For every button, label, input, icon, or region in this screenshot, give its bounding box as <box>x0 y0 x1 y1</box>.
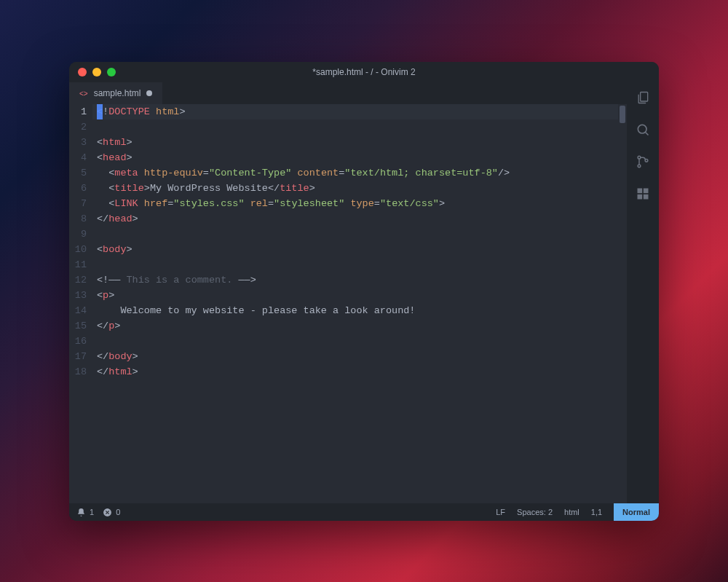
line-number: 4 <box>69 150 87 165</box>
line-ending-item[interactable]: LF <box>496 508 505 516</box>
svg-rect-9 <box>644 194 649 200</box>
text-cursor <box>97 104 103 119</box>
status-bar: 1 0 LF Spaces: 2 html 1,1 Normal <box>69 503 659 521</box>
line-number: 10 <box>69 242 87 257</box>
modified-indicator-icon <box>146 90 152 96</box>
notifications-item[interactable]: 1 <box>76 508 94 517</box>
cursor-position-item[interactable]: 1,1 <box>591 508 602 516</box>
code-line[interactable]: <!—— This is a comment. ——> <box>92 272 618 288</box>
code-line[interactable]: </body> <box>92 349 618 364</box>
line-number: 6 <box>69 181 87 196</box>
html-file-icon: <> <box>79 90 88 98</box>
editor-area: <> sample.html 1234567891011121314151617… <box>69 82 627 503</box>
code-line[interactable] <box>92 334 618 349</box>
line-number: 16 <box>69 334 87 349</box>
line-number: 13 <box>69 288 87 303</box>
file-tab[interactable]: <> sample.html <box>69 82 162 104</box>
code-line[interactable] <box>92 119 618 135</box>
svg-line-2 <box>646 133 649 135</box>
line-number: 7 <box>69 196 87 211</box>
line-number: 18 <box>69 364 87 380</box>
line-number: 2 <box>69 119 87 135</box>
svg-point-3 <box>638 156 641 159</box>
error-icon <box>103 508 112 517</box>
line-number: 15 <box>69 318 87 334</box>
code-editor[interactable]: 123456789101112131415161718 <!DOCTYPE ht… <box>69 104 627 503</box>
code-line[interactable]: </html> <box>92 364 618 380</box>
editor-scrollbar[interactable] <box>618 104 627 503</box>
errors-item[interactable]: 0 <box>103 508 120 517</box>
code-line[interactable]: <body> <box>92 242 618 257</box>
line-number: 12 <box>69 272 87 288</box>
code-line[interactable]: <LINK href="styles.css" rel="stylesheet"… <box>92 196 618 211</box>
code-line[interactable] <box>92 257 618 272</box>
code-line[interactable]: </p> <box>92 318 618 334</box>
errors-count: 0 <box>116 508 120 516</box>
code-line[interactable]: <html> <box>92 135 618 150</box>
file-type-item[interactable]: html <box>564 508 579 516</box>
indentation-item[interactable]: Spaces: 2 <box>517 508 553 516</box>
line-number: 1 <box>69 104 87 119</box>
tab-filename: sample.html <box>94 88 141 98</box>
window-title: *sample.html - / - Onivim 2 <box>69 67 659 77</box>
code-line[interactable]: <p> <box>92 288 618 303</box>
activity-bar <box>627 82 659 503</box>
code-line[interactable]: </head> <box>92 211 618 227</box>
line-number: 9 <box>69 227 87 242</box>
svg-point-4 <box>638 165 641 168</box>
line-number: 17 <box>69 349 87 364</box>
source-control-icon[interactable] <box>635 154 651 170</box>
svg-point-1 <box>638 125 646 133</box>
bell-icon <box>76 508 86 517</box>
line-number: 8 <box>69 211 87 227</box>
extensions-icon[interactable] <box>635 186 651 202</box>
code-line[interactable]: <!DOCTYPE html> <box>92 104 618 119</box>
line-number: 14 <box>69 303 87 318</box>
svg-rect-6 <box>638 189 643 194</box>
svg-rect-8 <box>638 194 643 200</box>
app-window: *sample.html - / - Onivim 2 <> sample.ht… <box>69 62 659 521</box>
code-line[interactable] <box>92 227 618 242</box>
notifications-count: 1 <box>90 508 94 516</box>
explorer-icon[interactable] <box>635 90 651 106</box>
code-line[interactable]: <head> <box>92 150 618 165</box>
scrollbar-thumb[interactable] <box>620 106 625 123</box>
code-line[interactable]: <meta http-equiv="Content-Type" content=… <box>92 165 618 181</box>
titlebar[interactable]: *sample.html - / - Onivim 2 <box>69 62 659 82</box>
line-number: 11 <box>69 257 87 272</box>
code-content[interactable]: <!DOCTYPE html><html><head> <meta http-e… <box>92 104 618 503</box>
code-line[interactable]: Welcome to my website - please take a lo… <box>92 303 618 318</box>
tab-bar[interactable]: <> sample.html <box>69 82 627 104</box>
search-icon[interactable] <box>635 122 651 138</box>
code-line[interactable]: <title>My WordPress Website</title> <box>92 181 618 196</box>
vim-mode-indicator[interactable]: Normal <box>614 503 659 521</box>
line-number: 5 <box>69 165 87 181</box>
line-number-gutter: 123456789101112131415161718 <box>69 104 92 503</box>
line-number: 3 <box>69 135 87 150</box>
svg-rect-7 <box>644 189 649 194</box>
svg-rect-0 <box>641 93 648 102</box>
main-area: <> sample.html 1234567891011121314151617… <box>69 82 659 503</box>
